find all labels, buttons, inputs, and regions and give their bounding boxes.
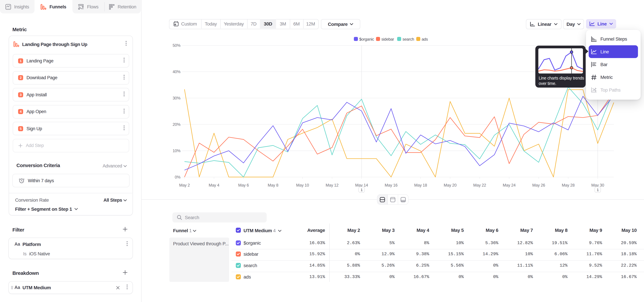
svg-text:May 18: May 18	[414, 183, 427, 188]
svg-text:May 10: May 10	[296, 183, 309, 188]
svg-text:1: 1	[597, 188, 599, 192]
svg-text:May 16: May 16	[385, 183, 398, 188]
svg-text:20%: 20%	[172, 122, 180, 127]
svg-text:40%: 40%	[172, 70, 180, 74]
svg-text:May 20: May 20	[444, 183, 456, 188]
svg-text:1: 1	[360, 188, 362, 192]
svg-text:May 12: May 12	[326, 183, 338, 188]
svg-text:0%: 0%	[175, 175, 180, 179]
svg-text:10%: 10%	[172, 148, 180, 153]
svg-text:May 2: May 2	[179, 183, 190, 188]
svg-text:May 6: May 6	[238, 183, 249, 188]
svg-text:May 8: May 8	[268, 183, 278, 188]
svg-text:May 30: May 30	[591, 183, 604, 188]
svg-text:May 24: May 24	[503, 183, 516, 188]
svg-text:May 26: May 26	[532, 183, 545, 188]
svg-text:30%: 30%	[172, 96, 180, 100]
svg-text:May 14: May 14	[355, 183, 368, 188]
svg-text:May 28: May 28	[562, 183, 574, 188]
svg-text:50%: 50%	[172, 43, 180, 48]
svg-text:May 4: May 4	[209, 183, 219, 188]
svg-text:May 22: May 22	[473, 183, 486, 188]
